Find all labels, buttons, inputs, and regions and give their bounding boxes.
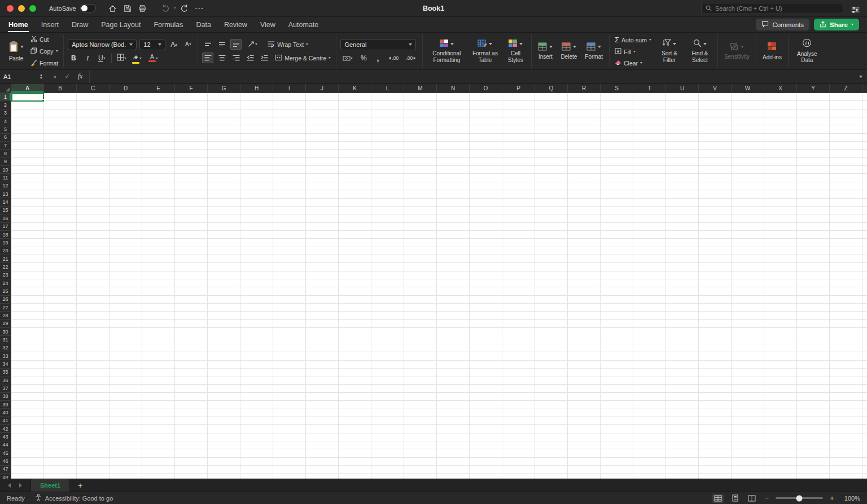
column-header-L[interactable]: L	[371, 84, 404, 93]
increase-indent-button[interactable]	[259, 52, 270, 63]
expand-formula-bar-button[interactable]	[855, 70, 867, 83]
decrease-decimal-button[interactable]: .00	[404, 53, 418, 64]
comments-button[interactable]: Comments	[756, 19, 809, 30]
merge-centre-button[interactable]: Merge & Centre	[274, 54, 332, 63]
row-header-11[interactable]: 11	[0, 174, 11, 182]
autosum-button[interactable]: Σ Auto-sum	[614, 35, 653, 45]
row-header-19[interactable]: 19	[0, 239, 11, 247]
tab-draw[interactable]: Draw	[71, 18, 89, 32]
increase-decimal-button[interactable]: .00	[386, 53, 401, 64]
tab-view[interactable]: View	[260, 18, 276, 32]
sensitivity-button[interactable]: Sensitivity	[722, 41, 752, 62]
column-header-T[interactable]: T	[633, 84, 666, 93]
column-header-P[interactable]: P	[502, 84, 535, 93]
row-header-16[interactable]: 16	[0, 214, 11, 222]
align-bottom-button[interactable]	[230, 39, 242, 50]
row-header-29[interactable]: 29	[0, 320, 11, 328]
fill-button[interactable]: Fill	[614, 47, 653, 56]
row-header-32[interactable]: 32	[0, 344, 11, 352]
row-header-25[interactable]: 25	[0, 287, 11, 295]
cut-button[interactable]: Cut	[29, 35, 59, 44]
row-header-14[interactable]: 14	[0, 198, 11, 206]
align-center-button[interactable]	[216, 52, 227, 63]
row-header-34[interactable]: 34	[0, 360, 11, 368]
analyse-data-button[interactable]: Analyse Data	[792, 37, 822, 65]
font-name-select[interactable]: Aptos Narrow (Bod...	[68, 39, 137, 50]
decrease-indent-button[interactable]	[244, 52, 256, 63]
sort-filter-button[interactable]: Sort & Filter	[656, 38, 683, 65]
formula-input[interactable]	[90, 70, 855, 83]
row-header-12[interactable]: 12	[0, 182, 11, 190]
column-header-I[interactable]: I	[273, 84, 306, 93]
column-header-A[interactable]: A	[11, 84, 44, 93]
align-top-button[interactable]	[202, 39, 213, 50]
row-header-4[interactable]: 4	[0, 117, 11, 125]
format-cells-button[interactable]: Format	[583, 41, 605, 62]
column-header-R[interactable]: R	[568, 84, 601, 93]
row-header-8[interactable]: 8	[0, 150, 11, 157]
column-header-O[interactable]: O	[470, 84, 502, 93]
column-header-K[interactable]: K	[339, 84, 371, 93]
accounting-format-button[interactable]	[340, 53, 355, 64]
cell-styles-button[interactable]: Cell Styles	[503, 38, 527, 65]
column-header-M[interactable]: M	[404, 84, 437, 93]
wrap-text-button[interactable]: Wrap Text	[266, 40, 309, 49]
sheet-tab-sheet1[interactable]: Sheet1	[30, 479, 70, 492]
clear-button[interactable]: Clear	[614, 59, 653, 67]
fill-color-button[interactable]	[130, 53, 143, 64]
row-header-3[interactable]: 3	[0, 109, 11, 117]
column-header-J[interactable]: J	[306, 84, 339, 93]
selected-cell[interactable]	[11, 93, 44, 102]
row-header-39[interactable]: 39	[0, 401, 11, 409]
column-header-X[interactable]: X	[764, 84, 797, 93]
row-header-42[interactable]: 42	[0, 425, 11, 433]
number-format-select[interactable]: General	[340, 39, 416, 50]
orientation-button[interactable]	[244, 39, 260, 50]
zoom-slider-thumb[interactable]	[796, 495, 803, 501]
close-window-button[interactable]	[7, 5, 14, 12]
accessibility-status[interactable]: Accessibility: Good to go	[35, 494, 113, 502]
paste-button[interactable]: Paste	[6, 40, 26, 63]
row-header-13[interactable]: 13	[0, 190, 11, 198]
page-break-view-button[interactable]	[746, 494, 757, 503]
font-size-select[interactable]: 12	[139, 39, 165, 50]
underline-button[interactable]: U	[96, 53, 107, 64]
font-color-button[interactable]: A	[146, 53, 160, 64]
row-header-22[interactable]: 22	[0, 263, 11, 271]
row-header-45[interactable]: 45	[0, 449, 11, 457]
zoom-window-button[interactable]	[29, 5, 36, 12]
row-header-37[interactable]: 37	[0, 384, 11, 392]
column-header-Y[interactable]: Y	[797, 84, 830, 93]
format-painter-button[interactable]: Format	[29, 59, 59, 68]
row-header-43[interactable]: 43	[0, 433, 11, 441]
normal-view-button[interactable]	[712, 494, 724, 503]
row-header-6[interactable]: 6	[0, 134, 11, 142]
find-select-button[interactable]: Find & Select	[686, 38, 713, 65]
minimize-window-button[interactable]	[18, 5, 25, 12]
row-header-23[interactable]: 23	[0, 271, 11, 279]
tab-insert[interactable]: Insert	[41, 18, 59, 32]
column-header-W[interactable]: W	[732, 84, 764, 93]
grid-cells[interactable]	[11, 93, 867, 479]
row-header-28[interactable]: 28	[0, 312, 11, 319]
decrease-font-size-button[interactable]: A	[182, 39, 194, 50]
row-header-21[interactable]: 21	[0, 255, 11, 263]
row-header-7[interactable]: 7	[0, 142, 11, 150]
row-header-33[interactable]: 33	[0, 352, 11, 360]
ribbon-options-icon[interactable]	[849, 3, 861, 16]
delete-cells-button[interactable]: Delete	[558, 41, 579, 62]
name-box-stepper[interactable]	[40, 74, 42, 79]
previous-sheet-button[interactable]	[5, 481, 14, 490]
column-header-H[interactable]: H	[240, 84, 273, 93]
borders-button[interactable]	[116, 53, 127, 64]
add-sheet-button[interactable]: +	[78, 481, 82, 490]
row-header-35[interactable]: 35	[0, 369, 11, 376]
column-header-overflow[interactable]	[862, 84, 867, 93]
zoom-in-button[interactable]: +	[829, 494, 835, 502]
column-header-U[interactable]: U	[666, 84, 699, 93]
zoom-slider[interactable]	[776, 497, 823, 499]
row-header-26[interactable]: 26	[0, 296, 11, 304]
row-header-31[interactable]: 31	[0, 336, 11, 344]
insert-cells-button[interactable]: Insert	[536, 41, 555, 62]
column-header-G[interactable]: G	[208, 84, 240, 93]
